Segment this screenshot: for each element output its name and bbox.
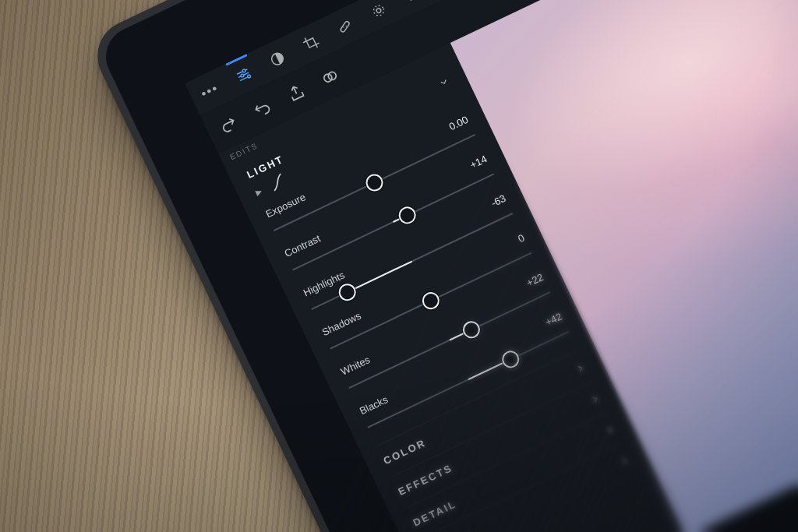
svg-rect-4	[340, 21, 350, 33]
chevron-right-icon	[588, 392, 602, 407]
svg-point-6	[345, 25, 347, 26]
export-icon[interactable]	[284, 80, 309, 105]
undo-icon[interactable]	[250, 97, 275, 122]
svg-point-5	[343, 26, 344, 28]
presets-icon[interactable]	[266, 48, 288, 70]
svg-point-1	[241, 74, 245, 78]
chevron-right-icon	[617, 453, 632, 468]
masking-icon[interactable]	[367, 0, 390, 22]
svg-point-2	[247, 75, 251, 79]
svg-point-8	[372, 4, 385, 17]
svg-point-0	[242, 69, 246, 72]
chevron-right-icon	[573, 361, 588, 375]
local-adjust-icon[interactable]	[401, 0, 424, 6]
adjust-icon[interactable]	[232, 64, 255, 86]
disclosure-triangle-icon: ▶	[254, 186, 263, 196]
chevron-down-icon	[436, 75, 451, 90]
cloud-profile-icon[interactable]	[318, 65, 343, 90]
svg-point-7	[376, 8, 381, 13]
more-icon[interactable]: •••	[199, 79, 221, 102]
crop-icon[interactable]	[300, 31, 323, 54]
healing-icon[interactable]	[334, 16, 356, 38]
redo-icon[interactable]	[217, 113, 242, 138]
tone-curve-icon	[267, 171, 289, 193]
svg-point-13	[327, 71, 337, 81]
chevron-right-icon	[602, 423, 617, 438]
